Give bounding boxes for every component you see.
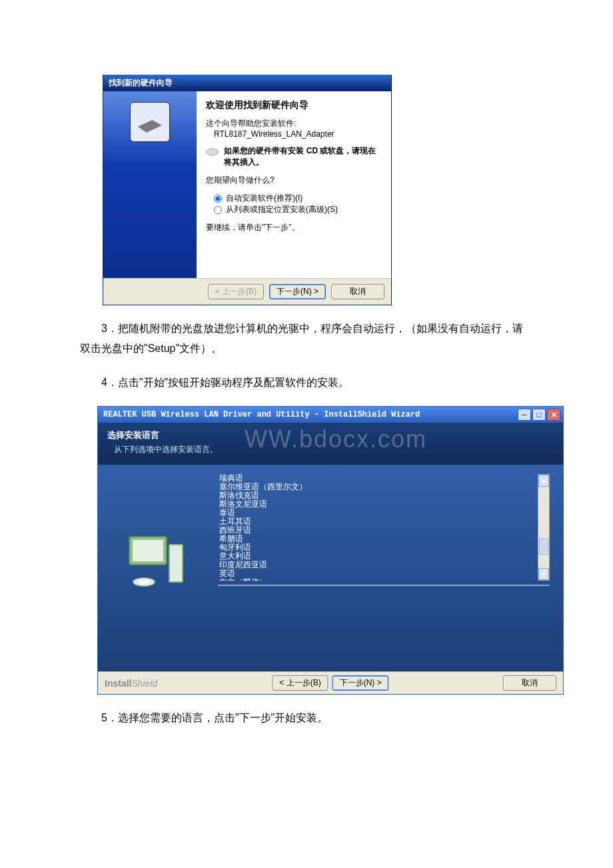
window-controls: ─ □ ✕ bbox=[518, 409, 560, 421]
cd-icon bbox=[206, 145, 219, 159]
wizard2-body: 瑞典语塞尔维亚语（西里尔文）斯洛伐克语斯洛文尼亚语泰语土耳其语西班牙语希腊语匈牙… bbox=[98, 465, 563, 671]
cd-prompt-row: 如果您的硬件带有安装 CD 或软盘，请现在将其插入。 bbox=[206, 145, 379, 168]
language-option[interactable]: 西班牙语 bbox=[218, 526, 535, 535]
brand-part1: Install bbox=[105, 678, 131, 689]
computer-icon bbox=[123, 535, 190, 601]
wizard1-intro-text: 这个向导帮助您安装软件: bbox=[206, 118, 379, 129]
wizard1-heading: 欢迎使用找到新硬件向导 bbox=[206, 99, 379, 111]
listbox-divider bbox=[218, 585, 550, 586]
wizard2-title-bar: REALTEK USB Wireless LAN Driver and Util… bbox=[98, 407, 563, 423]
cancel-button[interactable]: 取消 bbox=[331, 284, 384, 299]
cd-prompt-text: 如果您的硬件带有安装 CD 或软盘，请现在将其插入。 bbox=[224, 145, 379, 168]
brand-part2: Shield bbox=[131, 678, 157, 689]
radio-auto-install[interactable]: 自动安装软件(推荐)(I) bbox=[214, 193, 379, 204]
back-button[interactable]: < 上一步(B) bbox=[272, 675, 328, 691]
wizard1-intro: 这个向导帮助您安装软件: RTL8187_Wireless_LAN_Adapte… bbox=[206, 118, 379, 139]
scrollbar[interactable]: ▲ ▼ bbox=[538, 474, 550, 581]
language-option[interactable]: 土耳其语 bbox=[218, 517, 535, 526]
wizard2-cancel-wrap: 取消 bbox=[503, 675, 556, 691]
wizard1-footer: < 上一步(B) 下一步(N) > 取消 bbox=[103, 278, 391, 305]
wizard1-question: 您期望向导做什么? bbox=[206, 175, 379, 186]
wizard2-header: WW.bdocx.com 选择安装语言 从下列选项中选择安装语言。 bbox=[98, 423, 563, 465]
instruction-paragraph-5: 5．选择您需要的语言，点击"下一步"开始安装。 bbox=[80, 708, 533, 728]
wizard2-footer: InstallShield < 上一步(B) 下一步(N) > 取消 bbox=[98, 671, 563, 694]
wizard1-device-name: RTL8187_Wireless_LAN_Adapter bbox=[206, 129, 379, 139]
language-option[interactable]: 塞尔维亚语（西里尔文） bbox=[218, 483, 535, 491]
language-option[interactable]: 斯洛文尼亚语 bbox=[218, 500, 535, 509]
cancel-button[interactable]: 取消 bbox=[503, 675, 556, 691]
wizard2-title-text: REALTEK USB Wireless LAN Driver and Util… bbox=[103, 410, 420, 419]
radio-auto-install-label: 自动安装软件(推荐)(I) bbox=[226, 193, 303, 204]
wizard2-header-sub: 从下列选项中选择安装语言。 bbox=[107, 444, 554, 455]
instruction-paragraph-4: 4．点击"开始"按钮开始驱动程序及配置软件的安装。 bbox=[80, 373, 533, 393]
wizard1-content: 欢迎使用找到新硬件向导 这个向导帮助您安装软件: RTL8187_Wireles… bbox=[197, 91, 391, 278]
installshield-wizard: REALTEK USB Wireless LAN Driver and Util… bbox=[97, 406, 564, 695]
installshield-brand: InstallShield bbox=[105, 678, 157, 689]
wizard1-title-bar: 找到新的硬件向导 bbox=[103, 75, 391, 91]
language-option[interactable]: 匈牙利语 bbox=[218, 543, 535, 552]
wizard1-sidebar bbox=[103, 91, 197, 278]
instruction-paragraph-3: 3．把随机附带的光盘放进您计算机的光驱中，程序会自动运行，（如果没有自动运行，请… bbox=[80, 319, 533, 359]
next-button[interactable]: 下一步(N) > bbox=[269, 284, 326, 299]
language-option[interactable]: 希腊语 bbox=[218, 535, 535, 543]
next-button[interactable]: 下一步(N) > bbox=[332, 675, 389, 691]
wizard2-header-title: 选择安装语言 bbox=[107, 429, 554, 441]
scroll-up-button[interactable]: ▲ bbox=[538, 475, 549, 487]
back-button[interactable]: < 上一步(B) bbox=[208, 284, 264, 299]
wizard2-nav-buttons: < 上一步(B) 下一步(N) > bbox=[272, 675, 388, 691]
close-button[interactable]: ✕ bbox=[547, 409, 560, 421]
wizard1-body: 欢迎使用找到新硬件向导 这个向导帮助您安装软件: RTL8187_Wireles… bbox=[103, 91, 391, 278]
scroll-thumb[interactable] bbox=[539, 539, 548, 555]
language-option[interactable]: 泰语 bbox=[218, 509, 535, 517]
language-listbox[interactable]: 瑞典语塞尔维亚语（西里尔文）斯洛伐克语斯洛文尼亚语泰语土耳其语西班牙语希腊语匈牙… bbox=[218, 474, 550, 581]
language-option[interactable]: 印度尼西亚语 bbox=[218, 561, 535, 569]
language-option[interactable]: 中文（繁体） bbox=[218, 578, 535, 581]
scroll-down-button[interactable]: ▼ bbox=[538, 568, 549, 580]
radio-manual-install[interactable]: 从列表或指定位置安装(高级)(S) bbox=[214, 204, 379, 215]
radio-manual-install-label: 从列表或指定位置安装(高级)(S) bbox=[226, 204, 338, 215]
found-hardware-wizard: 找到新的硬件向导 欢迎使用找到新硬件向导 这个向导帮助您安装软件: RTL818… bbox=[103, 75, 392, 305]
wizard1-continue-hint: 要继续，请单击"下一步"。 bbox=[206, 222, 379, 233]
radio-auto-install-input[interactable] bbox=[214, 195, 222, 203]
minimize-button[interactable]: ─ bbox=[518, 409, 531, 421]
svg-point-1 bbox=[211, 151, 214, 153]
radio-group: 自动安装软件(推荐)(I) 从列表或指定位置安装(高级)(S) bbox=[206, 193, 379, 215]
hardware-icon bbox=[130, 102, 170, 142]
radio-manual-install-input[interactable] bbox=[214, 206, 222, 214]
maximize-button[interactable]: □ bbox=[532, 409, 546, 421]
wizard2-sidebar bbox=[98, 465, 215, 671]
